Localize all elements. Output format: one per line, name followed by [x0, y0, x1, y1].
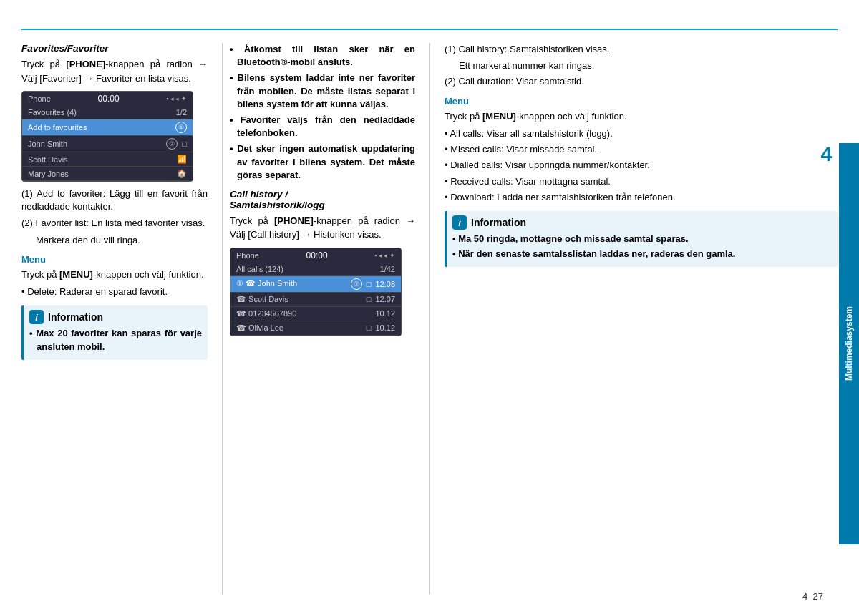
menu-bullet-download: Download: Ladda ner samtalshistoriken fr… — [445, 191, 838, 204]
call-history-intro: Tryck på [PHONE]-knappen på radion → Väl… — [230, 214, 415, 242]
item-add-to-favorites: (1) Add to favoriter: Lägg till en favor… — [21, 187, 208, 213]
phone-time-2: 00:00 — [306, 250, 328, 260]
col2-bullet-4: Det sker ingen automatisk uppdatering av… — [230, 142, 415, 182]
item-favorites-list: (2) Favoriter list: En lista med favorit… — [21, 217, 208, 230]
john-smith-icon: □ — [182, 140, 187, 148]
item-markera: Markera den du vill ringa. — [21, 234, 208, 247]
chapter-number: 4 — [820, 143, 832, 166]
phone-icons-1: ▪ ◂ ◂ ✦ — [166, 95, 187, 102]
olivia-label: ☎ Olivia Lee — [236, 323, 283, 333]
add-favourites-label: Add to favourites — [28, 123, 87, 132]
info-box-1: i Information Max 20 favoriter kan spara… — [21, 305, 208, 359]
page-number: 4–27 — [802, 591, 823, 602]
col2-bullet-3: Favoriter väljs från den nedladdade tele… — [230, 114, 415, 140]
olivia-icon: □ — [367, 323, 372, 332]
scott-davis-icon: 📶 — [177, 155, 187, 164]
menu-intro-col1: Tryck på [MENU]-knappen och välj funktio… — [21, 268, 208, 282]
menu-heading-col1: Menu — [21, 254, 208, 265]
col2-bullet-1: Åtkomst till listan sker när en Bluetoot… — [230, 43, 415, 69]
info-box-1-title: Information — [48, 311, 103, 323]
favourites-page: 1/2 — [176, 108, 187, 117]
all-calls-label: All calls (124) — [236, 265, 283, 273]
phone-row-add-favourites: Add to favourites ① — [22, 119, 193, 136]
menu-bullet-dialled-calls: Dialled calls: Visar uppringda nummer/ko… — [445, 159, 838, 172]
section-title-call-history: Call history /Samtalshistorik/logg — [230, 189, 415, 210]
circle-num-1: ① — [175, 122, 187, 133]
phone-screen-call-history: Phone 00:00 ▪ ◂ ◂ ✦ All calls (124) 1/42… — [230, 248, 402, 336]
phone-row-john-smith-2: ① ☎ John Smith ② □ 12:08 — [230, 276, 401, 293]
item-call-duration: (2) Call duration: Visar samtalstid. — [445, 75, 838, 88]
phone-row-olivia: ☎ Olivia Lee □ 10.12 — [230, 321, 401, 336]
top-decorative-line — [21, 29, 838, 30]
page-content: Favorites/Favoriter Tryck på [PHONE]-kna… — [21, 43, 838, 595]
info-box-2: i Information Ma 50 ringda, mottagne och… — [445, 211, 838, 267]
phone-header-1: Phone 00:00 ▪ ◂ ◂ ✦ — [22, 92, 193, 106]
info-box-1-header: i Information — [29, 310, 202, 324]
john-time: 12:08 — [375, 280, 395, 288]
phone-label-1: Phone — [28, 94, 51, 103]
menu-bullet-missed-calls: Missed calls: Visar missade samtal. — [445, 143, 838, 156]
john-smith-right: ② □ — [166, 138, 187, 150]
phone-screen-favorites: Phone 00:00 ▪ ◂ ◂ ✦ Favourites (4) 1/2 A… — [21, 91, 193, 182]
phone-row-mary-jones: Mary Jones 🏠 — [22, 167, 193, 181]
sidebar-label: Multimediasystem — [844, 306, 854, 381]
olivia-time: 10.12 — [375, 323, 395, 332]
info-icon-2: i — [452, 215, 467, 230]
info-box-2-bullet-1: Ma 50 ringda, mottagne och missade samta… — [452, 233, 832, 245]
scott-2-right: □ 12:07 — [367, 295, 395, 303]
menu-bullet-all-calls: All calls: Visar all samtalshistorik (lo… — [445, 127, 838, 140]
mary-jones-label: Mary Jones — [28, 170, 69, 178]
phone-icons-2: ▪ ◂ ◂ ✦ — [374, 252, 395, 259]
olivia-right: □ 10.12 — [367, 323, 395, 332]
menu-heading-col3: Menu — [445, 96, 838, 107]
menu-bullet-delete: Delete: Raderar en sparad favorit. — [21, 285, 208, 298]
number-label: ☎ 01234567890 — [236, 309, 296, 318]
section-title-favorites: Favorites/Favoriter — [21, 43, 208, 54]
info-box-2-header: i Information — [452, 215, 832, 230]
menu-intro-col3: Tryck på [MENU]-knappen och välj funktio… — [445, 109, 838, 124]
favorites-intro: Tryck på [PHONE]-knappen på radion → Väl… — [21, 57, 208, 85]
phone-row-favourites-header: Favourites (4) 1/2 — [22, 106, 193, 119]
column-3: (1) Call history: Samtalshistoriken visa… — [430, 43, 838, 595]
scott-icon-2: □ — [367, 295, 372, 303]
phone-row-scott-2: ☎ Scott Davis □ 12:07 — [230, 293, 401, 307]
item-ett-markerat: Ett markerat nummer kan ringas. — [445, 59, 838, 72]
item-call-history-1: (1) Call history: Samtalshistoriken visa… — [445, 43, 838, 56]
phone-header-2: Phone 00:00 ▪ ◂ ◂ ✦ — [230, 248, 401, 263]
column-2: Åtkomst till listan sker när en Bluetoot… — [222, 43, 430, 595]
phone-label-2: Phone — [236, 251, 259, 260]
info-box-2-bullet-2: När den senaste samtalsslistan laddas ne… — [452, 248, 832, 260]
phone-row-number: ☎ 01234567890 10.12 — [230, 307, 401, 321]
all-calls-page: 1/42 — [380, 265, 395, 273]
number-time: 10.12 — [375, 309, 395, 318]
john-smith-label: John Smith — [28, 140, 67, 148]
phone-row-scott-davis: Scott Davis 📶 — [22, 152, 193, 167]
scott-time-2: 12:07 — [375, 295, 395, 303]
scott-davis-label: Scott Davis — [28, 155, 68, 164]
scott-2-label: ☎ Scott Davis — [236, 295, 288, 304]
circle-num-2: ② — [166, 138, 178, 150]
phone-row-john-smith: John Smith ② □ — [22, 136, 193, 152]
phone-time-1: 00:00 — [98, 94, 120, 104]
info-box-2-title: Information — [471, 217, 526, 228]
phone-row-all-calls-header: All calls (124) 1/42 — [230, 263, 401, 276]
column-1: Favorites/Favoriter Tryck på [PHONE]-kna… — [21, 43, 222, 595]
sidebar-tab: Multimediasystem — [839, 143, 859, 544]
info-box-1-bullet-1: Max 20 favoriter kan sparas för varje an… — [29, 327, 202, 353]
col2-bullet-2: Bilens system laddar inte ner favoriter … — [230, 72, 415, 111]
circle-2: ② — [351, 278, 362, 290]
info-icon-1: i — [29, 310, 44, 324]
menu-bullet-received-calls: Received calls: Visar mottagna samtal. — [445, 175, 838, 188]
mary-jones-icon: 🏠 — [177, 169, 187, 178]
favourites-label: Favourites (4) — [28, 108, 77, 117]
john-icon: □ — [367, 280, 372, 288]
add-favourites-right: ① — [175, 122, 187, 133]
john-smith-2-right: ② □ 12:08 — [351, 278, 395, 290]
john-smith-2-label: ① ☎ John Smith — [236, 279, 297, 288]
